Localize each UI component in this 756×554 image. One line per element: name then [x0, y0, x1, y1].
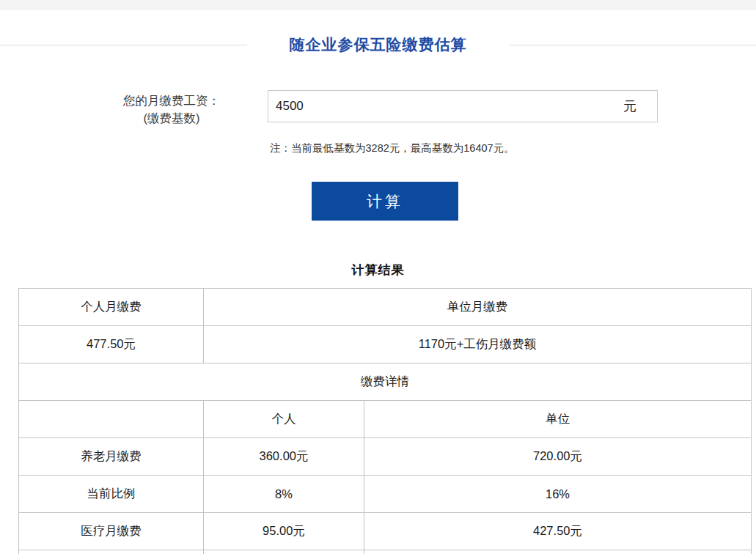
row-employer-value: [364, 550, 752, 554]
table-row-partial: [19, 550, 752, 554]
row-personal-value: 8%: [204, 476, 364, 513]
summary-header-personal: 个人月缴费: [19, 289, 204, 326]
salary-label-line2: (缴费基数): [94, 109, 249, 127]
details-section-title: 缴费详情: [19, 363, 752, 401]
salary-input-box: 元: [268, 90, 658, 122]
title-divider-row: 随企业参保五险缴费估算: [0, 34, 756, 55]
details-header-row: 个人 单位: [19, 401, 752, 438]
table-row-medical: 医疗月缴费 95.00元 427.50元: [19, 513, 752, 550]
summary-header-row: 个人月缴费 单位月缴费: [19, 289, 752, 326]
table-row-pension: 养老月缴费 360.00元 720.00元: [19, 438, 752, 476]
row-personal-value: 95.00元: [204, 513, 364, 550]
summary-value-employer: 1170元+工伤月缴费额: [204, 326, 752, 363]
details-header-employer: 单位: [364, 401, 752, 438]
summary-value-personal: 477.50元: [19, 326, 204, 363]
row-label: 养老月缴费: [19, 438, 204, 476]
row-label: [19, 550, 204, 554]
divider-line-right: [510, 45, 756, 45]
row-personal-value: [204, 550, 364, 554]
table-row-ratio: 当前比例 8% 16%: [19, 476, 752, 513]
salary-label: 您的月缴费工资： (缴费基数): [94, 90, 249, 127]
top-bar: [0, 0, 756, 10]
summary-header-employer: 单位月缴费: [204, 289, 752, 326]
details-header-blank: [19, 401, 204, 438]
row-label: 医疗月缴费: [19, 513, 204, 550]
row-label: 当前比例: [19, 476, 204, 513]
base-range-note: 注：当前最低基数为3282元，最高基数为16407元。: [270, 141, 756, 155]
divider-line-left: [0, 45, 247, 45]
row-employer-value: 720.00元: [364, 438, 752, 476]
result-heading: 计算结果: [0, 262, 756, 278]
row-employer-value: 427.50元: [364, 513, 752, 550]
row-employer-value: 16%: [364, 476, 752, 513]
salary-label-line1: 您的月缴费工资：: [94, 92, 249, 109]
summary-value-row: 477.50元 1170元+工伤月缴费额: [19, 326, 752, 363]
calculate-button[interactable]: 计算: [312, 182, 458, 221]
page-title: 随企业参保五险缴费估算: [290, 34, 467, 55]
currency-unit-label: 元: [623, 97, 657, 115]
details-header-personal: 个人: [204, 401, 364, 438]
result-table: 个人月缴费 单位月缴费 477.50元 1170元+工伤月缴费额 缴费详情 个人…: [18, 288, 752, 554]
salary-form-row: 您的月缴费工资： (缴费基数) 元: [0, 90, 756, 127]
row-personal-value: 360.00元: [204, 438, 364, 476]
details-section-row: 缴费详情: [19, 363, 752, 401]
salary-input[interactable]: [268, 91, 623, 122]
